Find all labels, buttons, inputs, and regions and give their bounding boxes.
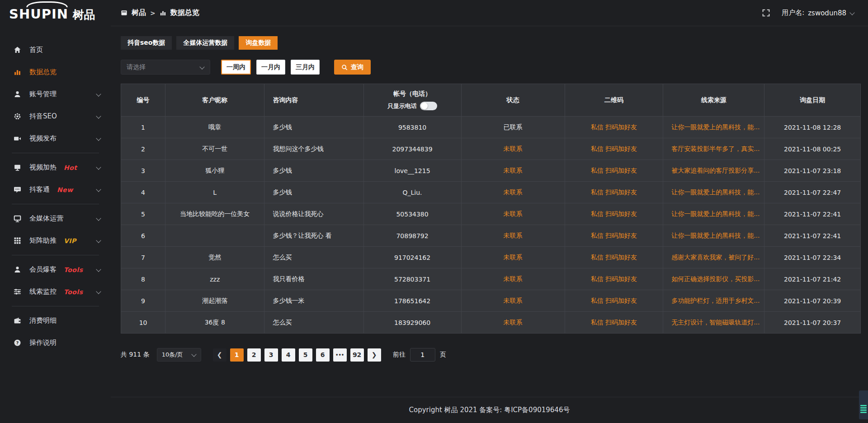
lead-source-link[interactable]: 如何正确选择投影仪，买投影...	[663, 268, 764, 290]
user-icon	[14, 90, 23, 98]
table-row: 3狐小狸多少钱love__1215未联系私信 扫码加好友被大家追着问的客厅投影分…	[121, 160, 861, 182]
lead-source-link[interactable]: 让你一眼就爱上的黑科技，能...	[663, 117, 764, 138]
range-week-button[interactable]: 一周内	[221, 60, 251, 75]
cell-inquiry-date: 2021-11-08 12:28	[764, 117, 861, 138]
page-button-1[interactable]: 1	[230, 348, 244, 362]
fullscreen-icon[interactable]	[762, 9, 770, 17]
qr-add-friend-link[interactable]: 私信 扫码加好友	[565, 290, 663, 312]
qr-add-friend-link[interactable]: 私信 扫码加好友	[565, 160, 663, 182]
qr-add-friend-link[interactable]: 私信 扫码加好友	[565, 225, 663, 247]
qr-add-friend-link[interactable]: 私信 扫码加好友	[565, 117, 663, 138]
cell-account: 2097344839	[363, 138, 461, 160]
cell-account: 70898792	[363, 225, 461, 247]
sidebar-item-douketong[interactable]: 抖客通New	[0, 179, 111, 201]
filter-select[interactable]: 请选择	[121, 60, 210, 75]
sidebar-item-badge: New	[57, 186, 73, 193]
breadcrumb-item-home[interactable]: 树品	[132, 8, 146, 18]
sidebar-item-douyin-seo[interactable]: 抖音SEO	[0, 105, 111, 127]
qr-add-friend-link[interactable]: 私信 扫码加好友	[565, 138, 663, 160]
topbar-right: 用户名: zswodun88	[762, 9, 854, 17]
search-icon	[341, 64, 348, 70]
cell-inquiry-content: 多少钱	[264, 182, 363, 203]
page-button-92[interactable]: 92	[350, 348, 364, 362]
cell-inquiry-content: 我只看价格	[264, 268, 363, 290]
range-month-button[interactable]: 一月内	[256, 60, 285, 75]
username-value: zswodun88	[808, 9, 846, 17]
qr-add-friend-link[interactable]: 私信 扫码加好友	[565, 182, 663, 203]
sidebar-item-label: 全媒体运营	[29, 214, 63, 223]
lead-source-link[interactable]: 无主灯设计，智能磁吸轨道灯...	[663, 312, 764, 334]
chevron-down-icon	[96, 92, 101, 97]
tab-douyin-seo-data[interactable]: 抖音seo数据	[121, 36, 172, 50]
sidebar-item-media-operation[interactable]: 全媒体运营	[0, 207, 111, 230]
goto-label: 前往	[393, 351, 406, 359]
cell-index: 4	[121, 182, 165, 203]
sidebar-item-home[interactable]: 首页	[0, 39, 111, 61]
lead-source-link[interactable]: 多功能护栏灯，适用于乡村文...	[663, 290, 764, 312]
lead-source-link[interactable]: 让你一眼就爱上的黑科技，能...	[663, 203, 764, 225]
lead-source-link[interactable]: 感谢大家喜欢我家，被问了好...	[663, 247, 764, 268]
cell-inquiry-content: 多少钱？让我死心 看	[264, 225, 363, 247]
chat-icon	[14, 186, 23, 193]
sidebar-item-help[interactable]: ?操作说明	[0, 332, 111, 354]
breadcrumb-item-current: 数据总览	[170, 8, 199, 18]
page-ellipsis-button[interactable]: •••	[333, 348, 347, 362]
qr-add-friend-link[interactable]: 私信 扫码加好友	[565, 312, 663, 334]
lead-source-link[interactable]: 让你一眼就爱上的黑科技，能...	[663, 225, 764, 247]
sidebar-item-member-burst[interactable]: 会员爆客Tools	[0, 258, 111, 281]
col-header-account-title: 帐号（电话）	[364, 90, 461, 98]
next-page-button[interactable]: ❯	[368, 348, 381, 362]
chart-icon	[14, 68, 23, 76]
cell-inquiry-date: 2021-11-07 22:34	[764, 247, 861, 268]
page-size-select[interactable]: 10条/页	[157, 348, 201, 362]
status-badge: 未联系	[461, 203, 565, 225]
lead-source-link[interactable]: 被大家追着问的客厅投影分享...	[663, 160, 764, 182]
col-header-qrcode: 二维码	[565, 84, 663, 117]
sidebar-item-label: 抖音SEO	[29, 112, 57, 121]
phone-only-toggle[interactable]	[420, 102, 437, 110]
range-quarter-button[interactable]: 三月内	[291, 60, 320, 75]
logo-brand-cn: 树品	[72, 8, 95, 21]
page-button-6[interactable]: 6	[316, 348, 330, 362]
page-button-3[interactable]: 3	[264, 348, 278, 362]
sidebar-divider	[12, 306, 99, 306]
col-header-index: 编号	[121, 84, 165, 117]
user-menu[interactable]: 用户名: zswodun88	[782, 9, 854, 17]
chevron-down-icon	[96, 290, 101, 294]
sidebar-item-account-manage[interactable]: 账号管理	[0, 83, 111, 105]
goto-page-input[interactable]	[410, 348, 435, 362]
sidebar-item-video-publish[interactable]: 视频发布	[0, 127, 111, 150]
page-button-5[interactable]: 5	[299, 348, 312, 362]
lead-source-link[interactable]: 客厅安装投影半年多了，真实...	[663, 138, 764, 160]
sidebar-item-label: 数据总览	[29, 68, 57, 76]
qr-add-friend-link[interactable]: 私信 扫码加好友	[565, 247, 663, 268]
cell-inquiry-date: 2021-11-07 22:47	[764, 182, 861, 203]
sidebar-item-data-overview[interactable]: 数据总览	[0, 61, 111, 83]
lead-source-link[interactable]: 让你一眼就爱上的黑科技，能...	[663, 182, 764, 203]
tab-inquiry-data[interactable]: 询盘数据	[239, 36, 278, 50]
chevron-down-icon	[850, 11, 854, 15]
sidebar-item-clue-monitor[interactable]: 线索监控Tools	[0, 281, 111, 303]
page-size-value: 10条/页	[162, 351, 183, 359]
page-button-2[interactable]: 2	[247, 348, 261, 362]
chevron-down-icon	[192, 352, 196, 357]
logo-arc	[26, 1, 68, 7]
qr-add-friend-link[interactable]: 私信 扫码加好友	[565, 203, 663, 225]
range-group: 一周内 一月内 三月内	[221, 60, 320, 75]
qr-add-friend-link[interactable]: 私信 扫码加好友	[565, 268, 663, 290]
query-button[interactable]: 查询	[334, 60, 371, 75]
sidebar-item-video-heat[interactable]: 视频加热Hot	[0, 156, 111, 179]
sidebar-item-matrix-boost[interactable]: 矩阵助推VIP	[0, 230, 111, 252]
sidebar-item-consume-detail[interactable]: 消费明细	[0, 310, 111, 332]
chevron-down-icon	[96, 114, 101, 119]
cell-inquiry-content: 我想问这个多少钱	[264, 138, 363, 160]
table-row: 2不可一世我想问这个多少钱2097344839未联系私信 扫码加好友客厅安装投影…	[121, 138, 861, 160]
cell-inquiry-content: 多少钱	[264, 117, 363, 138]
breadcrumb-separator: >	[150, 9, 156, 17]
main-area: 树品 > 数据总览 用户名: zswodun88 抖音seo数据 全媒体运营数据…	[111, 0, 868, 423]
goto-suffix: 页	[440, 351, 446, 359]
prev-page-button[interactable]: ❮	[213, 348, 226, 362]
tab-media-operation-data[interactable]: 全媒体运营数据	[176, 36, 234, 50]
floating-widget[interactable]	[859, 390, 868, 419]
page-button-4[interactable]: 4	[282, 348, 295, 362]
